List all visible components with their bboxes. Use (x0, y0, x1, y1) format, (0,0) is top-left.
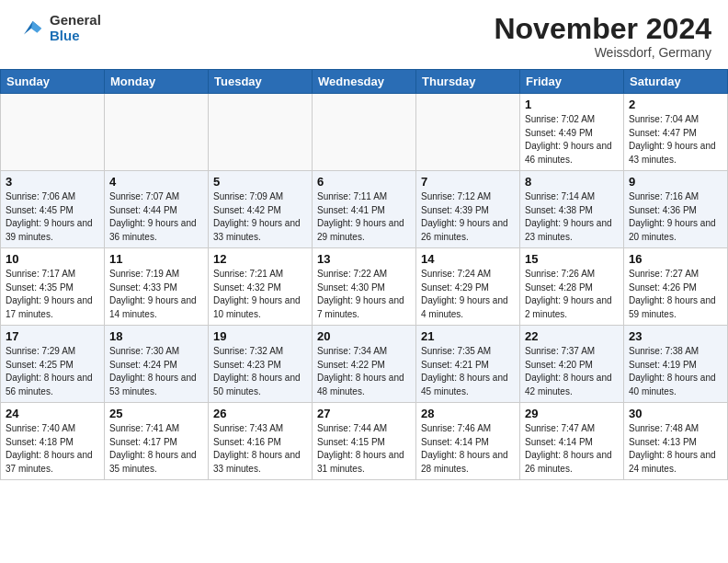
calendar-day-cell: 5Sunrise: 7:09 AM Sunset: 4:42 PM Daylig… (209, 171, 313, 248)
day-info: Sunrise: 7:04 AM Sunset: 4:47 PM Dayligh… (629, 113, 722, 167)
day-info: Sunrise: 7:26 AM Sunset: 4:28 PM Dayligh… (525, 268, 619, 321)
calendar-day-cell (105, 94, 209, 171)
day-number: 21 (421, 329, 515, 343)
day-info: Sunrise: 7:24 AM Sunset: 4:29 PM Dayligh… (421, 268, 515, 321)
day-number: 28 (421, 407, 515, 420)
day-number: 7 (421, 175, 515, 189)
day-info: Sunrise: 7:27 AM Sunset: 4:26 PM Dayligh… (629, 268, 722, 321)
day-number: 25 (109, 407, 203, 420)
day-info: Sunrise: 7:44 AM Sunset: 4:15 PM Dayligh… (317, 422, 411, 476)
calendar-day-cell: 3Sunrise: 7:06 AM Sunset: 4:45 PM Daylig… (1, 171, 105, 248)
day-info: Sunrise: 7:07 AM Sunset: 4:44 PM Dayligh… (109, 190, 203, 244)
calendar-day-cell (313, 94, 416, 171)
calendar-day-cell (1, 94, 105, 171)
day-number: 27 (317, 407, 411, 420)
calendar-day-cell: 25Sunrise: 7:41 AM Sunset: 4:17 PM Dayli… (105, 403, 209, 480)
day-info: Sunrise: 7:46 AM Sunset: 4:14 PM Dayligh… (421, 422, 515, 476)
calendar-week-row: 24Sunrise: 7:40 AM Sunset: 4:18 PM Dayli… (1, 403, 728, 480)
page: General Blue November 2024 Weissdorf, Ge… (0, 0, 728, 563)
logo-text: General Blue (50, 13, 101, 43)
calendar-day-cell: 23Sunrise: 7:38 AM Sunset: 4:19 PM Dayli… (624, 326, 728, 403)
calendar-day-cell: 14Sunrise: 7:24 AM Sunset: 4:29 PM Dayli… (416, 248, 520, 326)
calendar-day-cell: 26Sunrise: 7:43 AM Sunset: 4:16 PM Dayli… (209, 403, 313, 480)
calendar-day-cell: 27Sunrise: 7:44 AM Sunset: 4:15 PM Dayli… (313, 403, 416, 480)
day-info: Sunrise: 7:34 AM Sunset: 4:22 PM Dayligh… (317, 345, 411, 398)
day-number: 30 (629, 407, 722, 420)
day-info: Sunrise: 7:22 AM Sunset: 4:30 PM Dayligh… (317, 268, 411, 321)
calendar-day-cell: 12Sunrise: 7:21 AM Sunset: 4:32 PM Dayli… (209, 248, 313, 326)
day-number: 4 (109, 175, 203, 189)
day-number: 15 (525, 252, 619, 266)
calendar-week-row: 1Sunrise: 7:02 AM Sunset: 4:49 PM Daylig… (1, 94, 728, 171)
calendar-day-cell: 13Sunrise: 7:22 AM Sunset: 4:30 PM Dayli… (313, 248, 416, 326)
day-of-week-header: Saturday (624, 70, 728, 94)
calendar-day-cell: 15Sunrise: 7:26 AM Sunset: 4:28 PM Dayli… (520, 248, 624, 326)
day-info: Sunrise: 7:43 AM Sunset: 4:16 PM Dayligh… (213, 422, 307, 476)
day-number: 9 (629, 175, 722, 189)
day-of-week-header: Monday (105, 70, 209, 94)
day-of-week-header: Wednesday (313, 70, 416, 94)
calendar-day-cell: 4Sunrise: 7:07 AM Sunset: 4:44 PM Daylig… (105, 171, 209, 248)
day-number: 3 (6, 175, 99, 189)
calendar-week-row: 3Sunrise: 7:06 AM Sunset: 4:45 PM Daylig… (1, 171, 728, 248)
day-number: 2 (629, 98, 722, 111)
day-info: Sunrise: 7:19 AM Sunset: 4:33 PM Dayligh… (109, 268, 203, 321)
day-number: 24 (6, 407, 99, 420)
calendar-day-cell: 8Sunrise: 7:14 AM Sunset: 4:38 PM Daylig… (520, 171, 624, 248)
day-info: Sunrise: 7:32 AM Sunset: 4:23 PM Dayligh… (213, 345, 307, 398)
day-info: Sunrise: 7:16 AM Sunset: 4:36 PM Dayligh… (629, 190, 722, 244)
day-of-week-header: Sunday (1, 70, 105, 94)
day-info: Sunrise: 7:29 AM Sunset: 4:25 PM Dayligh… (6, 345, 99, 398)
calendar-week-row: 10Sunrise: 7:17 AM Sunset: 4:35 PM Dayli… (1, 248, 728, 326)
calendar-day-cell (416, 94, 520, 171)
day-of-week-header: Friday (520, 70, 624, 94)
day-info: Sunrise: 7:30 AM Sunset: 4:24 PM Dayligh… (109, 345, 203, 398)
day-number: 12 (213, 252, 307, 266)
month-title: November 2024 (494, 13, 711, 45)
day-info: Sunrise: 7:12 AM Sunset: 4:39 PM Dayligh… (421, 190, 515, 244)
day-number: 8 (525, 175, 619, 189)
day-number: 23 (629, 329, 722, 343)
calendar-day-cell: 20Sunrise: 7:34 AM Sunset: 4:22 PM Dayli… (313, 326, 416, 403)
day-number: 16 (629, 252, 722, 266)
calendar-day-cell: 10Sunrise: 7:17 AM Sunset: 4:35 PM Dayli… (1, 248, 105, 326)
day-info: Sunrise: 7:06 AM Sunset: 4:45 PM Dayligh… (6, 190, 99, 244)
day-info: Sunrise: 7:35 AM Sunset: 4:21 PM Dayligh… (421, 345, 515, 398)
calendar-day-cell: 9Sunrise: 7:16 AM Sunset: 4:36 PM Daylig… (624, 171, 728, 248)
calendar-table: SundayMondayTuesdayWednesdayThursdayFrid… (0, 69, 728, 480)
header: General Blue November 2024 Weissdorf, Ge… (0, 0, 728, 65)
calendar-day-cell (209, 94, 313, 171)
day-number: 19 (213, 329, 307, 343)
day-info: Sunrise: 7:48 AM Sunset: 4:13 PM Dayligh… (629, 422, 722, 476)
day-number: 29 (525, 407, 619, 420)
day-number: 13 (317, 252, 411, 266)
calendar-day-cell: 24Sunrise: 7:40 AM Sunset: 4:18 PM Dayli… (1, 403, 105, 480)
logo-blue-text: Blue (50, 29, 101, 44)
logo: General Blue (17, 13, 101, 43)
calendar-day-cell: 18Sunrise: 7:30 AM Sunset: 4:24 PM Dayli… (105, 326, 209, 403)
day-of-week-header: Tuesday (209, 70, 313, 94)
day-number: 14 (421, 252, 515, 266)
day-info: Sunrise: 7:41 AM Sunset: 4:17 PM Dayligh… (109, 422, 203, 476)
day-number: 17 (6, 329, 99, 343)
title-block: November 2024 Weissdorf, Germany (494, 13, 711, 60)
calendar-day-cell: 17Sunrise: 7:29 AM Sunset: 4:25 PM Dayli… (1, 326, 105, 403)
calendar-day-cell: 22Sunrise: 7:37 AM Sunset: 4:20 PM Dayli… (520, 326, 624, 403)
calendar-day-cell: 7Sunrise: 7:12 AM Sunset: 4:39 PM Daylig… (416, 171, 520, 248)
day-info: Sunrise: 7:02 AM Sunset: 4:49 PM Dayligh… (525, 113, 619, 167)
day-number: 11 (109, 252, 203, 266)
calendar-week-row: 17Sunrise: 7:29 AM Sunset: 4:25 PM Dayli… (1, 326, 728, 403)
day-number: 1 (525, 98, 619, 111)
logo-icon (17, 14, 46, 43)
day-number: 22 (525, 329, 619, 343)
calendar-day-cell: 1Sunrise: 7:02 AM Sunset: 4:49 PM Daylig… (520, 94, 624, 171)
day-number: 20 (317, 329, 411, 343)
day-info: Sunrise: 7:11 AM Sunset: 4:41 PM Dayligh… (317, 190, 411, 244)
calendar-day-cell: 30Sunrise: 7:48 AM Sunset: 4:13 PM Dayli… (624, 403, 728, 480)
day-info: Sunrise: 7:47 AM Sunset: 4:14 PM Dayligh… (525, 422, 619, 476)
calendar-day-cell: 2Sunrise: 7:04 AM Sunset: 4:47 PM Daylig… (624, 94, 728, 171)
calendar-day-cell: 11Sunrise: 7:19 AM Sunset: 4:33 PM Dayli… (105, 248, 209, 326)
calendar-day-cell: 21Sunrise: 7:35 AM Sunset: 4:21 PM Dayli… (416, 326, 520, 403)
calendar-day-cell: 16Sunrise: 7:27 AM Sunset: 4:26 PM Dayli… (624, 248, 728, 326)
day-number: 5 (213, 175, 307, 189)
